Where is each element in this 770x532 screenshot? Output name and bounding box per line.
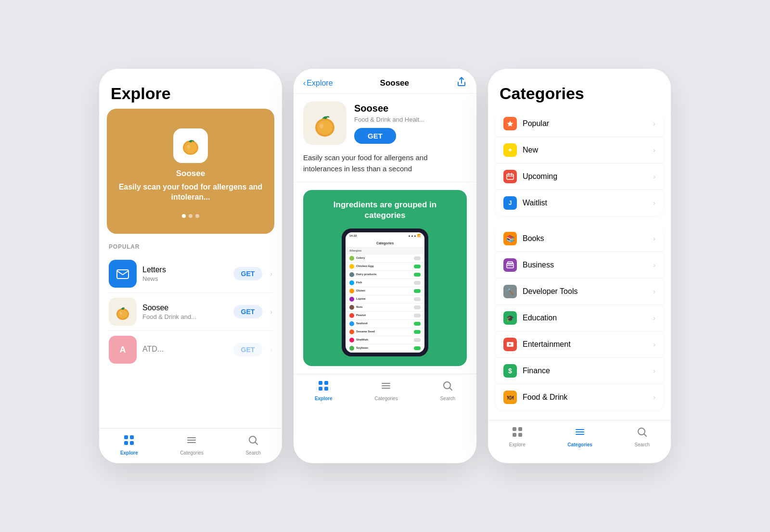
- categories-nav-icon: [186, 434, 197, 449]
- mini-row: Chicken Egg: [346, 263, 424, 271]
- mini-toggle: [414, 330, 421, 334]
- mini-row: Dairy products: [346, 271, 424, 279]
- chevron-icon: ›: [653, 261, 655, 269]
- nav-search[interactable]: Search: [635, 426, 650, 447]
- bottom-nav: Explore Categories: [488, 420, 671, 455]
- nav-explore[interactable]: Explore: [120, 434, 138, 456]
- list-item[interactable]: Soosee Food & Drink and... GET ›: [107, 293, 274, 331]
- get-button[interactable]: GET: [233, 305, 263, 318]
- mini-toggle: [414, 322, 421, 326]
- app-detail-sub: Food & Drink and Healt...: [354, 116, 467, 123]
- waitlist-icon: J: [503, 196, 517, 210]
- category-waitlist[interactable]: J Waitlist ›: [496, 190, 663, 216]
- nav-label: Search: [245, 450, 261, 456]
- svg-rect-22: [319, 381, 322, 385]
- list-item[interactable]: A ATD... GET ›: [107, 331, 274, 368]
- list-item[interactable]: Letters News GET ›: [107, 255, 274, 293]
- mini-row: Shellfish: [346, 336, 424, 344]
- mini-row: Peanut: [346, 312, 424, 320]
- education-icon: 🎓: [503, 311, 517, 325]
- nav-categories[interactable]: Categories: [180, 434, 203, 456]
- nav-explore[interactable]: Explore: [509, 426, 526, 447]
- app-detail-description: Easily scan your food for allergens and …: [294, 152, 476, 182]
- mini-toggle: [414, 346, 421, 350]
- svg-rect-41: [518, 427, 522, 431]
- mini-toggle: [414, 338, 421, 342]
- nav-categories[interactable]: Categories: [567, 426, 592, 447]
- app-info: Soosee Food & Drink and...: [142, 304, 228, 320]
- category-entertainment[interactable]: Entertainment ›: [496, 331, 663, 358]
- chevron-icon: ›: [653, 199, 655, 207]
- mini-status-bar: 14:22 ▲▲▲ 📶: [346, 232, 424, 239]
- category-label: Popular: [523, 119, 647, 128]
- category-label: Books: [523, 234, 647, 243]
- top-bar: ‹ Explore Soosee: [294, 69, 476, 94]
- back-button[interactable]: ‹ Explore: [303, 79, 333, 88]
- categories-nav-icon: [380, 380, 392, 394]
- category-popular[interactable]: Popular ›: [496, 111, 663, 137]
- dot-1: [182, 214, 186, 218]
- category-books[interactable]: 📚 Books ›: [496, 226, 663, 252]
- desc-text: Easily scan your food for allergens and …: [303, 153, 427, 173]
- back-label: Explore: [307, 79, 333, 88]
- category-new[interactable]: ✦ New ›: [496, 137, 663, 164]
- top-category-group: Popular › ✦ New › Up: [496, 111, 663, 216]
- mini-toggle: [414, 314, 421, 317]
- get-button[interactable]: GET: [233, 343, 263, 356]
- nav-search[interactable]: Search: [245, 434, 261, 456]
- screenshot-title: Ingredients are grouped in categories: [313, 200, 457, 221]
- mini-row: Sesame Seed: [346, 328, 424, 336]
- entertainment-icon: [503, 338, 517, 351]
- category-upcoming[interactable]: Upcoming ›: [496, 164, 663, 190]
- svg-line-48: [644, 434, 647, 437]
- page-title: Soosee: [380, 78, 409, 88]
- search-nav-icon: [442, 380, 453, 394]
- category-label: Business: [523, 261, 647, 269]
- phone-detail: ‹ Explore Soosee: [294, 69, 476, 463]
- chevron-left-icon: ‹: [303, 79, 306, 88]
- category-business[interactable]: Business ›: [496, 252, 663, 279]
- developer-tools-icon: 🔨: [503, 285, 517, 298]
- get-button-blue[interactable]: GET: [354, 128, 396, 144]
- nav-label: Search: [440, 396, 455, 401]
- svg-rect-25: [324, 387, 328, 391]
- nav-categories[interactable]: Categories: [374, 380, 398, 401]
- get-button[interactable]: GET: [233, 267, 263, 280]
- category-education[interactable]: 🎓 Education ›: [496, 305, 663, 331]
- mini-toggle: [414, 256, 421, 260]
- screenshot-section: Ingredients are grouped in categories 14…: [294, 182, 476, 374]
- svg-point-20: [317, 120, 333, 135]
- category-label: Upcoming: [523, 172, 647, 181]
- category-label: Entertainment: [523, 340, 647, 349]
- category-label: Finance: [523, 367, 647, 375]
- chevron-icon: ›: [653, 173, 655, 180]
- chevron-icon: ›: [270, 270, 272, 278]
- nav-search[interactable]: Search: [440, 380, 455, 401]
- category-label: Developer Tools: [523, 287, 647, 296]
- nav-explore[interactable]: Explore: [315, 380, 333, 401]
- chevron-icon: ›: [653, 288, 655, 295]
- share-button[interactable]: [456, 76, 467, 89]
- categories-nav-icon: [574, 426, 586, 441]
- category-food-drink[interactable]: 🍽 Food & Drink ›: [496, 384, 663, 410]
- app-sub: News: [142, 275, 228, 282]
- screenshot-card: Ingredients are grouped in categories 14…: [303, 190, 467, 366]
- explore-header: Explore: [99, 69, 282, 109]
- nav-label: Categories: [374, 396, 398, 401]
- mini-toggle: [414, 281, 421, 285]
- mini-row: Fish: [346, 279, 424, 287]
- category-developer-tools[interactable]: 🔨 Developer Tools ›: [496, 279, 663, 305]
- featured-card[interactable]: Soosee Easily scan your food for allerge…: [107, 109, 274, 234]
- category-label: Food & Drink: [523, 393, 647, 402]
- svg-rect-40: [513, 427, 516, 431]
- svg-rect-9: [124, 435, 128, 439]
- svg-rect-24: [319, 387, 322, 391]
- app-container: Explore Soosee Easily scan your f: [19, 69, 751, 463]
- explore-title: Explore: [111, 84, 270, 103]
- bottom-nav: Explore Categories: [99, 428, 282, 463]
- letters-app-icon: [109, 260, 137, 288]
- explore-nav-icon: [123, 434, 135, 449]
- dot-3: [195, 214, 199, 218]
- mini-toggle: [414, 305, 421, 309]
- category-finance[interactable]: $ Finance ›: [496, 358, 663, 384]
